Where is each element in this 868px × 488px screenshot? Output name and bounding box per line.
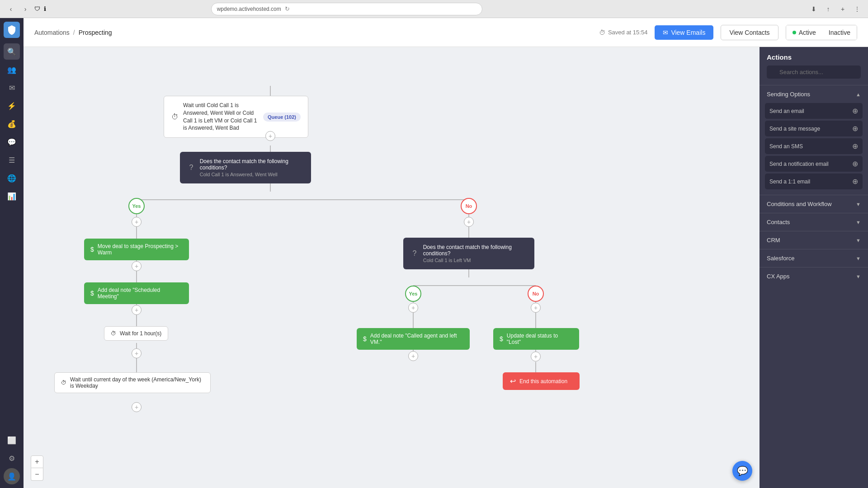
refresh-icon[interactable]: ↻: [285, 5, 290, 12]
action-send-sms-label: Send an SMS: [769, 143, 803, 150]
share-icon[interactable]: ↑: [823, 4, 834, 14]
add-after-move-deal[interactable]: +: [132, 261, 142, 271]
add-right-no[interactable]: +: [464, 217, 474, 227]
wait-text: Wait until Cold Call 1 is Answered, Went…: [183, 102, 259, 132]
add-after-vm-note[interactable]: +: [408, 351, 418, 361]
section-contacts-header[interactable]: Contacts ▼: [760, 213, 868, 231]
add-note-vm-node[interactable]: $ Add deal note "Called agent and left V…: [357, 328, 470, 350]
add-after-weekday[interactable]: +: [132, 402, 142, 412]
section-contacts: Contacts ▼: [760, 213, 868, 231]
nav-integrations[interactable]: 🌐: [4, 170, 20, 186]
add-inner-no[interactable]: +: [531, 303, 541, 313]
menu-icon[interactable]: ⋮: [852, 4, 863, 14]
condition-node-right[interactable]: ? Does the contact match the following c…: [403, 238, 534, 269]
action-send-sms[interactable]: Send an SMS ⊕: [765, 138, 863, 154]
section-salesforce-header[interactable]: Salesforce ▼: [760, 249, 868, 267]
section-contacts-label: Contacts: [767, 219, 790, 225]
section-conditions-workflow: Conditions and Workflow ▼: [760, 195, 868, 213]
sidebar-search-input[interactable]: [767, 66, 861, 79]
chevron-up-icon: ▲: [856, 92, 861, 97]
nav-settings[interactable]: ⚙: [4, 450, 20, 466]
nav-profile[interactable]: 👤: [4, 468, 20, 484]
action-send-notification[interactable]: Send a notification email ⊕: [765, 156, 863, 172]
nav-back-button[interactable]: ‹: [5, 4, 16, 14]
wait-weekday-node[interactable]: ⏱ Wait until current day of the week (Am…: [54, 372, 211, 393]
add-after-update-lost[interactable]: +: [531, 352, 541, 361]
add-after-wait-1hr[interactable]: +: [132, 348, 142, 358]
add-notification-icon: ⊕: [852, 160, 858, 168]
condition-title-right: Does the contact match the following con…: [423, 244, 527, 257]
chat-widget[interactable]: 💬: [732, 461, 752, 481]
wait-icon: ⏱: [171, 113, 179, 121]
zoom-controls: + −: [31, 455, 43, 481]
action-send-email[interactable]: Send an email ⊕: [765, 103, 863, 119]
section-sending-options: Sending Options ▲ Send an email ⊕ Send a…: [760, 85, 868, 195]
wait-node-top[interactable]: ⏱ Wait until Cold Call 1 is Answered, We…: [164, 96, 308, 138]
url-display: wpdemo.activehosted.com: [217, 6, 281, 12]
active-label: Active: [799, 29, 816, 36]
move-deal-node[interactable]: $ Move deal to stage Prospecting > Warm: [84, 239, 189, 260]
nav-forward-button[interactable]: ›: [20, 4, 31, 14]
breadcrumb-automations[interactable]: Automations: [34, 29, 70, 36]
main-content: Automations / Prospecting ⏱ Saved at 15:…: [24, 18, 868, 488]
saved-info: ⏱ Saved at 15:54: [599, 29, 647, 36]
condition-sub-top: Cold Call 1 is Answered, Went Well: [200, 172, 304, 177]
add-after-note[interactable]: +: [132, 305, 142, 315]
end-automation-node[interactable]: ↩ End this automation: [503, 372, 580, 390]
nav-deals[interactable]: 💰: [4, 116, 20, 132]
status-active[interactable]: Active: [786, 25, 822, 40]
end-icon: ↩: [510, 377, 516, 385]
address-bar[interactable]: wpdemo.activehosted.com ↻: [211, 3, 482, 15]
add-site-message-icon: ⊕: [852, 124, 858, 133]
status-inactive[interactable]: Inactive: [822, 25, 857, 40]
queue-badge: Queue (102): [263, 113, 301, 122]
right-sidebar: Actions 🔍 Sending Options ▲ Send an emai: [760, 47, 868, 488]
section-salesforce-label: Salesforce: [767, 255, 794, 262]
left-nav: 🔍 👥 ✉ ⚡ 💰 💬 ☰ 🌐 📊 ⬜ ⚙ 👤: [0, 18, 24, 488]
nav-analytics[interactable]: 📊: [4, 188, 20, 204]
add-send-email-icon: ⊕: [852, 107, 858, 115]
section-sending-options-header[interactable]: Sending Options ▲: [760, 85, 868, 103]
new-tab-icon[interactable]: +: [837, 4, 848, 14]
nav-automations[interactable]: ⚡: [4, 98, 20, 114]
nav-contacts[interactable]: 👥: [4, 61, 20, 78]
view-contacts-button[interactable]: View Contacts: [721, 25, 778, 40]
download-icon[interactable]: ⬇: [808, 4, 819, 14]
breadcrumb-separator: /: [73, 29, 75, 36]
condition-node-top[interactable]: ? Does the contact match the following c…: [180, 152, 311, 183]
view-emails-button[interactable]: ✉ View Emails: [655, 25, 713, 40]
add-left-yes[interactable]: +: [132, 217, 142, 227]
wait-1hr-label: Wait for 1 hour(s): [120, 330, 161, 337]
nav-pages[interactable]: ⬜: [4, 432, 20, 448]
end-label: End this automation: [519, 378, 567, 385]
section-conditions-workflow-header[interactable]: Conditions and Workflow ▼: [760, 195, 868, 213]
wait-1hr-node[interactable]: ⏱ Wait for 1 hour(s): [104, 326, 168, 341]
add-note-meeting-node[interactable]: $ Add deal note "Scheduled Meeting": [84, 282, 189, 304]
sidebar-search-wrap: 🔍: [767, 66, 861, 79]
status-toggle[interactable]: Active Inactive: [786, 25, 857, 40]
automation-canvas[interactable]: ⏱ Wait until Cold Call 1 is Answered, We…: [24, 47, 760, 488]
action-send-site-message[interactable]: Send a site message ⊕: [765, 121, 863, 136]
add-after-wait-top[interactable]: +: [265, 131, 275, 141]
action-send-1to1[interactable]: Send a 1:1 email ⊕: [765, 174, 863, 189]
chevron-down-icon-crm: ▼: [856, 238, 861, 243]
add-inner-yes[interactable]: +: [408, 303, 418, 313]
zoom-out-button[interactable]: −: [31, 468, 43, 481]
section-cx-apps-header[interactable]: CX Apps ▼: [760, 267, 868, 285]
nav-email[interactable]: ✉: [4, 80, 20, 96]
nav-reports[interactable]: 💬: [4, 134, 20, 150]
chevron-down-icon-cw: ▼: [856, 202, 861, 207]
section-crm-header[interactable]: CRM ▼: [760, 231, 868, 249]
chevron-down-icon-cx: ▼: [856, 274, 861, 279]
clock-icon: ⏱: [599, 29, 605, 36]
update-lost-node[interactable]: $ Update deal status to "Lost": [493, 328, 579, 350]
breadcrumb-current: Prospecting: [79, 29, 112, 36]
action-send-1to1-label: Send a 1:1 email: [769, 178, 810, 185]
nav-search[interactable]: 🔍: [4, 43, 20, 60]
zoom-in-button[interactable]: +: [31, 455, 43, 468]
app-logo[interactable]: [4, 22, 20, 38]
add-1to1-icon: ⊕: [852, 177, 858, 186]
nav-lists[interactable]: ☰: [4, 152, 20, 168]
sidebar-header: Actions 🔍: [760, 47, 868, 85]
action-send-notification-label: Send a notification email: [769, 161, 829, 167]
